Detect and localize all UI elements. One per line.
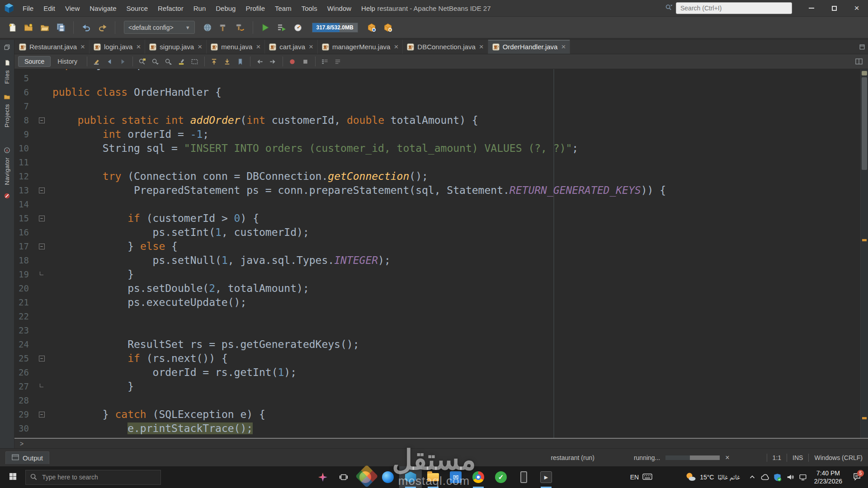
code-line-21[interactable]: 21 ps.executeUpdate(); (14, 296, 860, 310)
fold-gutter[interactable]: − (29, 408, 49, 422)
language-indicator[interactable]: EN (625, 466, 658, 488)
code-line-13[interactable]: 13− PreparedStatement ps = conn.prepareS… (14, 183, 860, 197)
taskbar-search-input[interactable] (25, 470, 161, 485)
code-line-7[interactable]: 7 (14, 99, 860, 113)
code-line-20[interactable]: 20 ps.setDouble(2, totalAmount); (14, 282, 860, 296)
dock-tab-projects[interactable]: Projects (2, 90, 13, 129)
search-dropdown-icon[interactable] (665, 4, 673, 13)
file-tab-managerMenu.java[interactable]: managerMenu.java× (318, 40, 403, 54)
configure-icon[interactable] (200, 20, 215, 35)
fold-gutter[interactable] (29, 338, 49, 352)
code-line-9[interactable]: 9 int orderId = -1; (14, 127, 860, 141)
code-line-22[interactable]: 22 (14, 310, 860, 324)
comment-icon[interactable] (319, 56, 331, 67)
fold-gutter[interactable] (29, 282, 49, 296)
close-tab-icon[interactable]: × (136, 43, 141, 51)
file-tab-Restaurant.java[interactable]: Restaurant.java× (15, 40, 90, 54)
code-line-27[interactable]: 27 } (14, 380, 860, 394)
file-tab-login.java[interactable]: login.java× (90, 40, 145, 54)
code-line-18[interactable]: 18 ps.setNull(1, java.sql.Types.INTEGER)… (14, 253, 860, 267)
code-line-10[interactable]: 10 String sql = "INSERT INTO orders (cus… (14, 141, 860, 155)
code-line-30[interactable]: 30 e.printStackTrace(); (14, 422, 860, 436)
debug-project-icon[interactable] (274, 20, 289, 35)
code-line-25[interactable]: 25− if (rs.next()) { (14, 352, 860, 366)
taskbar-app-file-explorer[interactable] (422, 466, 444, 488)
rectangular-selection-icon[interactable] (189, 56, 201, 67)
close-tab-icon[interactable]: × (561, 43, 566, 51)
security-shield-icon[interactable] (771, 466, 784, 488)
taskbar-app-chrome[interactable] (467, 466, 490, 488)
menu-tools[interactable]: Tools (297, 0, 322, 17)
code-editor[interactable]: 4import java.sql.*;56public class OrderH… (14, 69, 868, 438)
fold-gutter[interactable] (29, 267, 49, 282)
taskbar-app-phone-link[interactable] (512, 466, 535, 488)
close-button[interactable]: × (845, 0, 868, 17)
find-next-icon[interactable] (150, 56, 161, 67)
fold-gutter[interactable] (29, 422, 49, 436)
fold-gutter[interactable]: − (29, 183, 49, 197)
memory-indicator[interactable]: 317.8/532.0MB (312, 23, 358, 33)
network-icon[interactable] (797, 466, 809, 488)
fold-gutter[interactable]: − (29, 239, 49, 253)
error-stripe-mark[interactable] (862, 239, 867, 241)
taskbar-app-edge-browser[interactable] (377, 466, 399, 488)
split-editor-icon[interactable] (855, 58, 864, 65)
menu-window[interactable]: Window (322, 0, 356, 17)
history-view-button[interactable]: History (52, 56, 83, 66)
close-tab-icon[interactable]: × (479, 43, 484, 51)
fold-gutter[interactable]: − (29, 113, 49, 127)
uncomment-icon[interactable] (332, 56, 344, 67)
file-tab-signup.java[interactable]: signup.java× (145, 40, 207, 54)
new-project-icon[interactable] (21, 20, 36, 35)
taskbar-app-antivirus[interactable] (490, 466, 512, 488)
start-macro-icon[interactable] (287, 56, 298, 67)
fold-gutter[interactable] (29, 253, 49, 267)
fold-gutter[interactable] (29, 310, 49, 324)
source-view-button[interactable]: Source (18, 56, 51, 67)
menu-help[interactable]: Help (356, 0, 380, 17)
fold-gutter[interactable] (29, 380, 49, 394)
shift-left-icon[interactable] (254, 56, 266, 67)
fold-gutter[interactable] (29, 225, 49, 239)
code-line-29[interactable]: 29− } catch (SQLException e) { (14, 408, 860, 422)
notifications-icon[interactable] (2, 191, 13, 201)
breadcrumb[interactable]: > (14, 438, 868, 448)
taskbar-app-netbeans-ide[interactable] (399, 466, 422, 488)
code-line-28[interactable]: 28 (14, 394, 860, 408)
fold-gutter[interactable] (29, 71, 49, 85)
back-icon[interactable] (104, 56, 116, 67)
dock-tab-files[interactable]: Files (2, 56, 13, 86)
stop-macro-icon[interactable] (300, 56, 311, 67)
menu-edit[interactable]: Edit (38, 0, 60, 17)
scrollbar-thumb[interactable] (862, 77, 867, 170)
code-line-24[interactable]: 24 ResultSet rs = ps.getGeneratedKeys(); (14, 338, 860, 352)
fold-gutter[interactable] (29, 127, 49, 141)
file-tab-menu.java[interactable]: menu.java× (207, 40, 265, 54)
code-line-14[interactable]: 14 (14, 197, 860, 211)
copilot-icon[interactable] (312, 466, 333, 488)
profile-project-icon[interactable] (291, 20, 306, 35)
fold-gutter[interactable] (29, 197, 49, 211)
code-line-8[interactable]: 8− public static int addOrder(int custom… (14, 113, 860, 127)
menu-refactor[interactable]: Refactor (153, 0, 189, 17)
close-tab-icon[interactable]: × (198, 43, 202, 51)
code-line-12[interactable]: 12 try (Connection conn = DBConnection.g… (14, 169, 860, 183)
code-line-19[interactable]: 19 } (14, 267, 860, 282)
open-project-icon[interactable] (37, 20, 52, 35)
fold-gutter[interactable] (29, 169, 49, 183)
fold-gutter[interactable]: − (29, 352, 49, 366)
fold-gutter[interactable] (29, 296, 49, 310)
config-dropdown[interactable]: <default config> ▼ (124, 21, 195, 34)
profile-point-icon[interactable] (364, 20, 379, 35)
new-file-icon[interactable] (5, 20, 19, 35)
code-line-23[interactable]: 23 (14, 324, 860, 338)
fold-gutter[interactable]: − (29, 211, 49, 225)
fold-gutter[interactable] (29, 324, 49, 338)
taskbar-app-media-player[interactable] (535, 466, 557, 488)
fold-gutter[interactable] (29, 141, 49, 155)
menu-run[interactable]: Run (189, 0, 211, 17)
clean-build-icon[interactable] (233, 20, 248, 35)
taskbar-clock[interactable]: 7:40 PM 2/23/2026 (809, 469, 847, 485)
minimize-button[interactable] (800, 0, 823, 17)
fold-gutter[interactable] (29, 366, 49, 380)
